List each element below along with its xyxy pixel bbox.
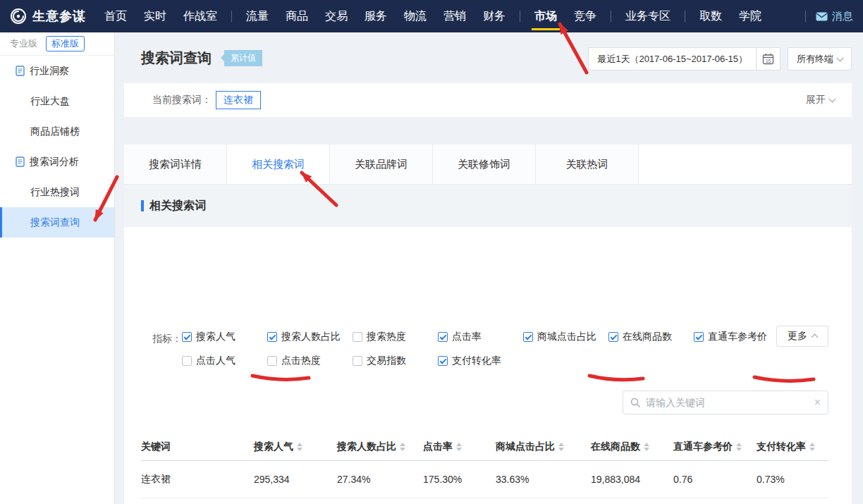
checkbox-icon[interactable] — [608, 332, 618, 342]
checkbox-icon[interactable] — [438, 332, 448, 342]
tab-related-brand-words[interactable]: 关联品牌词 — [330, 145, 433, 184]
column-header-online-products[interactable]: 在线商品数 — [591, 441, 673, 453]
nav-item-transactions[interactable]: 交易 — [317, 0, 356, 32]
checkbox-icon[interactable] — [182, 332, 192, 342]
more-button[interactable]: 更多 — [776, 326, 828, 347]
checkbox-icon[interactable] — [353, 332, 362, 342]
nav-item-finance[interactable]: 财务 — [475, 0, 514, 32]
cell-ztc-reference-price: 0.76 — [673, 474, 757, 485]
checkbox-click-popularity[interactable]: 点击人气 — [182, 355, 267, 367]
cumulative-badge: 累计值 — [224, 50, 262, 66]
expand-button[interactable]: 展开 — [806, 94, 835, 106]
version-tab-pro[interactable]: 专业版 — [10, 37, 37, 50]
checkbox-label: 在线商品数 — [623, 331, 672, 343]
cell-online-products: 19,883,084 — [591, 474, 673, 485]
keyword-search-input[interactable] — [646, 397, 809, 408]
message-icon[interactable] — [816, 12, 828, 21]
panel-body: 指标： 搜索人气 搜索人数占比 搜索热度 — [124, 227, 852, 504]
checkbox-label: 支付转化率 — [452, 355, 501, 367]
column-header-search-popularity[interactable]: 搜索人气 — [254, 441, 337, 453]
checkbox-icon[interactable] — [694, 332, 704, 342]
terminal-select-value: 所有终端 — [797, 53, 833, 66]
table-header-row: 关键词 搜索人气 搜索人数占比 点击率 — [141, 434, 828, 461]
sidebar-item-industry-insight[interactable]: 行业洞察 — [0, 56, 114, 86]
column-header-click-rate[interactable]: 点击率 — [423, 441, 496, 453]
page: 生意参谋 首页 实时 作战室 流量 商品 交易 服务 物流 营销 财务 市场 竞… — [0, 0, 863, 504]
checkbox-click-heat[interactable]: 点击热度 — [267, 355, 353, 367]
sidebar-item-product-shop-ranking[interactable]: 商品店铺榜 — [0, 116, 114, 147]
current-search-tag[interactable]: 连衣裙 — [216, 91, 261, 109]
checkbox-mall-click-ratio[interactable]: 商城点击占比 — [523, 331, 608, 343]
page-header: 搜索词查询 累计值 — [141, 44, 262, 72]
nav-item-traffic[interactable]: 流量 — [238, 0, 277, 32]
column-header-searcher-ratio[interactable]: 搜索人数占比 — [337, 441, 423, 453]
sidebar-item-search-term-query[interactable]: 搜索词查询 — [0, 207, 114, 238]
sidebar-item-label: 搜索词分析 — [30, 156, 79, 168]
brand-name: 生意参谋 — [32, 8, 86, 25]
nav-item-data-fetch[interactable]: 取数 — [691, 0, 730, 32]
nav-item-services[interactable]: 服务 — [356, 0, 396, 32]
checkbox-transaction-index[interactable]: 交易指数 — [353, 355, 438, 367]
column-header-ztc-reference-price[interactable]: 直通车参考价 — [673, 441, 757, 453]
calendar-icon[interactable]: 15 — [756, 48, 780, 70]
nav-item-marketing[interactable]: 营销 — [435, 0, 475, 32]
nav-item-realtime[interactable]: 实时 — [135, 0, 175, 32]
tab-related-search-terms[interactable]: 相关搜索词 — [227, 145, 330, 184]
nav-item-war-room[interactable]: 作战室 — [175, 0, 226, 32]
checkbox-icon[interactable] — [523, 332, 533, 342]
sort-icon[interactable] — [736, 443, 742, 451]
clear-icon[interactable]: × — [814, 397, 821, 408]
nav-item-academy[interactable]: 学院 — [730, 0, 770, 32]
nav-item-home[interactable]: 首页 — [96, 0, 135, 32]
main-content: 搜索词查询 累计值 最近1天（2017-06-15~2017-06-15） 15… — [115, 32, 863, 504]
checkbox-label: 点击率 — [452, 331, 482, 343]
results-panel: 搜索词详情 相关搜索词 关联品牌词 关联修饰词 关联热词 相关搜索词 指标： 搜… — [124, 145, 852, 504]
sidebar-item-search-term-analysis[interactable]: 搜索词分析 — [0, 147, 114, 177]
date-range-text: 最近1天（2017-06-15~2017-06-15） — [589, 48, 756, 70]
checkbox-icon[interactable] — [267, 356, 277, 366]
nav-item-products[interactable]: 商品 — [277, 0, 317, 32]
nav-item-messages[interactable]: 消息 — [832, 10, 853, 23]
version-tab-standard[interactable]: 标准版 — [46, 36, 85, 51]
sidebar-item-label: 行业热搜词 — [30, 186, 80, 199]
column-header-payment-conversion[interactable]: 支付转化率 — [757, 441, 828, 453]
nav-item-competition[interactable]: 竞争 — [565, 0, 605, 32]
checkbox-click-rate[interactable]: 点击率 — [438, 331, 523, 343]
tab-search-term-detail[interactable]: 搜索词详情 — [124, 145, 227, 184]
brand[interactable]: 生意参谋 — [10, 8, 86, 25]
nav-item-business-zone[interactable]: 业务专区 — [617, 0, 679, 32]
sidebar-item-industry-overview[interactable]: 行业大盘 — [0, 86, 114, 116]
checkbox-label: 点击人气 — [196, 355, 235, 367]
terminal-select[interactable]: 所有终端 — [788, 47, 852, 70]
checkbox-search-heat[interactable]: 搜索热度 — [353, 331, 438, 343]
column-label: 在线商品数 — [591, 441, 640, 453]
sort-icon[interactable] — [809, 443, 815, 451]
sort-icon[interactable] — [644, 443, 649, 451]
checkbox-icon[interactable] — [438, 356, 448, 366]
page-title: 搜索词查询 — [141, 49, 212, 68]
checkbox-ztc-reference-price[interactable]: 直通车参考价 — [694, 331, 779, 343]
checkbox-label: 搜索人数占比 — [281, 331, 341, 343]
sort-icon[interactable] — [297, 443, 302, 451]
checkbox-icon[interactable] — [353, 356, 362, 366]
sidebar-item-industry-hot-search-words[interactable]: 行业热搜词 — [0, 177, 114, 207]
column-header-mall-click-ratio[interactable]: 商城点击占比 — [496, 441, 591, 453]
sort-icon[interactable] — [400, 443, 405, 451]
checkbox-search-popularity[interactable]: 搜索人气 — [182, 331, 267, 343]
checkbox-icon[interactable] — [267, 332, 277, 342]
sort-icon[interactable] — [558, 443, 564, 451]
checkbox-online-products[interactable]: 在线商品数 — [608, 331, 694, 343]
date-range-picker[interactable]: 最近1天（2017-06-15~2017-06-15） 15 — [588, 47, 781, 70]
nav-item-logistics[interactable]: 物流 — [396, 0, 435, 32]
sort-icon[interactable] — [456, 443, 462, 451]
tab-related-modifier-words[interactable]: 关联修饰词 — [433, 145, 536, 184]
version-switcher: 专业版 标准版 — [0, 32, 114, 56]
more-label: 更多 — [788, 330, 807, 343]
checkbox-searcher-ratio[interactable]: 搜索人数占比 — [267, 331, 353, 343]
column-label: 商城点击占比 — [496, 441, 555, 453]
nav-item-market[interactable]: 市场 — [526, 0, 565, 32]
checkbox-icon[interactable] — [182, 356, 192, 366]
checkbox-payment-conversion[interactable]: 支付转化率 — [438, 355, 523, 367]
metric-checkbox-row-2: 点击人气 点击热度 交易指数 支付转化率 — [182, 355, 523, 367]
tab-related-hot-words[interactable]: 关联热词 — [536, 145, 639, 184]
